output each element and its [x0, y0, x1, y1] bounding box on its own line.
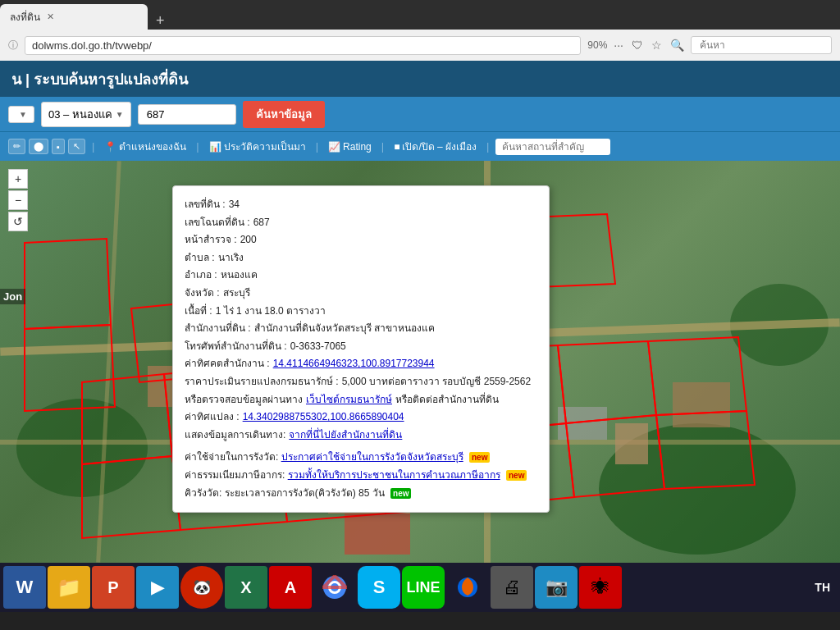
- language-indicator[interactable]: TH: [808, 578, 837, 597]
- chrome-icon: [322, 575, 347, 600]
- svg-marker-34: [25, 325, 115, 411]
- map-container[interactable]: + − ↺ Jon เลขที่ดิน : 34 เลขโฉนดที่ดิน :…: [0, 161, 840, 563]
- info-label: ตำบล :: [185, 249, 215, 267]
- info-row-province: จังหวัด : สระบุรี: [185, 285, 537, 303]
- separator-3: |: [316, 140, 318, 153]
- zoom-level: 90%: [587, 39, 607, 51]
- fee-tax-row: ค่าธรรมเนียมภาษีอากร: รวมทั้งให้บริการปร…: [185, 467, 537, 485]
- svg-rect-6: [96, 161, 121, 563]
- browser-search-input[interactable]: [691, 36, 832, 54]
- info-row-price: ราคาประเมินรายแปลงกรมธนารักษ์ : 5,000 บา…: [185, 373, 537, 391]
- browser-chrome: ลงที่ดิน ✕ + ⓘ 90% ··· 🛡 ☆ 🔍: [0, 0, 840, 61]
- toolbar-location-label: ตำแหน่งของฉัน: [119, 139, 186, 154]
- search-icon[interactable]: 🔍: [670, 39, 684, 52]
- folder-icon: 📁: [57, 576, 81, 599]
- menu-dots-icon[interactable]: ···: [614, 39, 623, 52]
- new-tab-button[interactable]: +: [148, 12, 173, 30]
- coord1-link[interactable]: 14.4114664946323,100.8917723944: [273, 355, 435, 373]
- excel-icon: X: [240, 578, 251, 597]
- directions-link[interactable]: จากที่นี่ไปยังสำนักงานที่ดิน: [289, 427, 402, 445]
- app-title: น | ระบบค้นหารูปแปลงที่ดิน: [11, 67, 188, 91]
- info-label: หรือตรวจสอบข้อมูลผ่านทาง: [185, 391, 303, 409]
- info-label: โทรศัพท์สำนักงานที่ดิน :: [185, 338, 287, 356]
- location-icon: 📍: [104, 141, 116, 153]
- taskbar-media[interactable]: ▶: [136, 566, 179, 609]
- toolbar-toggle-button[interactable]: ■ เปิด/ปิด – ผังเมือง: [390, 137, 480, 156]
- taskbar-chrome[interactable]: [313, 566, 356, 609]
- history-icon: 📊: [209, 141, 221, 153]
- toolbar-history-label: ประวัติความเป็นมา: [224, 139, 306, 154]
- info-label: เลขโฉนดที่ดิน :: [185, 214, 250, 232]
- draw-tools: ✏ ⬤ ▪ ↖: [8, 139, 85, 154]
- taskbar-explorer[interactable]: 📁: [48, 566, 90, 609]
- zoom-out-button[interactable]: −: [8, 190, 28, 210]
- info-row-amphoe: อำเภอ : หนองแค: [185, 267, 537, 285]
- pencil-tool-button[interactable]: ✏: [8, 139, 25, 154]
- taskbar-antivirus[interactable]: 🐼: [180, 566, 223, 609]
- cursor-tool-button[interactable]: ↖: [68, 139, 85, 154]
- zoom-in-button[interactable]: +: [8, 169, 28, 189]
- info-label: ค่าทิศคตสำนักงาน :: [185, 355, 270, 373]
- info-row-tambon: ตำบล : นาเริง: [185, 249, 537, 267]
- separator-1: |: [92, 140, 94, 153]
- info-row-area: เนื้อที่ : 1 ไร่ 1 งาน 18.0 ตารางวา: [185, 303, 537, 321]
- taskbar-skype[interactable]: S: [358, 566, 400, 609]
- camera-icon: 📷: [546, 577, 568, 598]
- toolbar-location-button[interactable]: 📍 ตำแหน่งของฉัน: [101, 137, 189, 156]
- info-row-directions: แสดงข้อมูลการเดินทาง: จากที่นี่ไปยังสำนั…: [185, 427, 537, 445]
- svg-marker-33: [25, 239, 111, 329]
- printer-icon: 🖨: [503, 577, 521, 598]
- info-row-coord1: ค่าทิศคตสำนักงาน : 14.4114664946323,100.…: [185, 355, 537, 373]
- district-dropdown[interactable]: ▼: [8, 106, 34, 123]
- antivirus-icon: 🐼: [193, 578, 211, 596]
- info-label: หรือติดต่อสำนักงานที่ดิน: [395, 391, 499, 409]
- info-label: ราคาประเมินรายแปลงกรมธนารักษ์ :: [185, 373, 339, 391]
- tab-close-button[interactable]: ✕: [47, 11, 54, 22]
- toolbar-history-button[interactable]: 📊 ประวัติความเป็นมา: [206, 137, 309, 156]
- taskbar-printer[interactable]: 🖨: [491, 566, 533, 609]
- tab-bar: ลงที่ดิน ✕ +: [0, 0, 840, 30]
- taskbar-pdf[interactable]: A: [269, 566, 312, 609]
- taskbar-word[interactable]: W: [3, 566, 46, 609]
- place-search-input[interactable]: [495, 139, 610, 155]
- info-value: 34: [229, 196, 240, 214]
- info-label: แสดงข้อมูลการเดินทาง:: [185, 427, 285, 445]
- taskbar-photos[interactable]: 📷: [535, 566, 578, 609]
- taskbar-security[interactable]: 🕷: [579, 566, 622, 609]
- fee-title-row: ค่าใช้จ่ายในการรังวัด: ประกาศค่าใช้จ่ายใ…: [185, 449, 537, 467]
- info-value: 200: [240, 231, 257, 249]
- info-value: สำนักงานที่ดินจังหวัดสระบุรี สาขาหนองแค: [254, 320, 435, 338]
- search-button[interactable]: ค้นหาข้อมูล: [243, 101, 325, 128]
- firefox-icon: [455, 575, 480, 600]
- toolbar-rating-button[interactable]: 📈 Rating: [325, 139, 375, 154]
- info-label: อำเภอ :: [185, 267, 217, 285]
- info-label: สำนักงานที่ดิน :: [185, 320, 251, 338]
- browser-tools: ··· 🛡 ☆ 🔍: [614, 39, 684, 52]
- info-value: 1 ไร่ 1 งาน 18.0 ตารางวา: [216, 303, 326, 321]
- bookmark-icon[interactable]: ☆: [651, 39, 662, 52]
- info-value: 0-3633-7065: [290, 338, 346, 356]
- svg-rect-12: [615, 423, 648, 464]
- active-tab[interactable]: ลงที่ดิน ✕: [0, 4, 148, 30]
- taskbar-firefox[interactable]: [446, 566, 489, 609]
- pdf-icon: A: [285, 578, 296, 597]
- taskbar-line[interactable]: LINE: [402, 566, 445, 609]
- taskbar-powerpoint[interactable]: P: [92, 566, 135, 609]
- circle-tool-button[interactable]: ⬤: [29, 139, 48, 154]
- square-tool-button[interactable]: ▪: [52, 139, 65, 154]
- fee-tax-link[interactable]: รวมทั้งให้บริการประชาชนในการคำนวณภาษีอาก…: [288, 469, 500, 481]
- url-input[interactable]: [25, 36, 581, 55]
- subdistrict-dropdown[interactable]: 03 – หนองแค ▼: [41, 102, 131, 127]
- coord2-link[interactable]: 14.3402988755302,100.8665890404: [243, 409, 404, 427]
- reader-icon[interactable]: 🛡: [632, 39, 643, 52]
- fee-queue-row: คิวรังวัด: ระยะเวลารอการรังวัด(คิวรังวัด…: [185, 485, 537, 503]
- taskbar-excel[interactable]: X: [225, 566, 267, 609]
- fee-announcement-link[interactable]: ประกาศค่าใช้จ่ายในการรังวัดจังหวัดสระบุร…: [281, 451, 463, 463]
- svg-rect-13: [673, 382, 730, 427]
- parcel-number-input[interactable]: [138, 104, 236, 125]
- taskbar: W 📁 P ▶ 🐼 X A S LINE: [0, 563, 840, 612]
- rotate-button[interactable]: ↺: [8, 212, 28, 231]
- treasury-website-link[interactable]: เว็บไซต์กรมธนารักษ์: [306, 391, 392, 409]
- chevron-down-icon: ▼: [19, 110, 27, 119]
- fee-tax-label: ค่าธรรมเนียมภาษีอากร:: [185, 469, 288, 481]
